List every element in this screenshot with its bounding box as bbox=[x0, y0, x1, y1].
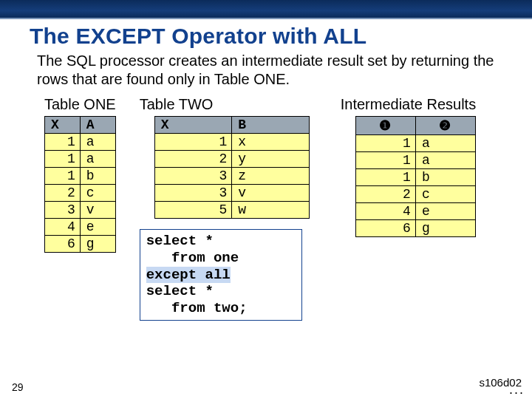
table-row: 1a bbox=[355, 152, 475, 169]
table-row: 1a bbox=[45, 134, 116, 151]
cell: 3 bbox=[154, 185, 232, 202]
table-row: 4e bbox=[45, 219, 116, 236]
top-bar bbox=[0, 0, 532, 19]
cell: a bbox=[80, 134, 115, 151]
cell: 4 bbox=[45, 219, 81, 236]
table-header-cell: ❷ bbox=[415, 117, 475, 135]
cell: 1 bbox=[45, 168, 81, 185]
code-line: from two; bbox=[146, 300, 296, 317]
cell: y bbox=[232, 151, 310, 168]
table-row: 1a bbox=[45, 151, 116, 168]
cell: c bbox=[80, 185, 115, 202]
table-one: X A 1a 1a 1b 2c 3v 4e 6g bbox=[44, 116, 116, 253]
cell: 1 bbox=[154, 134, 232, 151]
table-row: 1b bbox=[45, 168, 116, 185]
cell: 5 bbox=[154, 202, 232, 219]
cell: 1 bbox=[45, 151, 81, 168]
cell: v bbox=[80, 202, 115, 219]
ellipsis-icon: ... bbox=[509, 382, 525, 398]
table-header-cell: ❶ bbox=[355, 117, 415, 135]
cell: 2 bbox=[355, 186, 415, 203]
code-line: select * bbox=[146, 233, 296, 250]
table-two: X B 1x 2y 3z 3v 5w bbox=[154, 116, 310, 219]
cell: 6 bbox=[355, 220, 415, 237]
table-row: 2y bbox=[154, 151, 309, 168]
table-two-label: Table TWO bbox=[140, 96, 310, 113]
results-label: Intermediate Results bbox=[341, 96, 476, 113]
cell: w bbox=[232, 202, 310, 219]
cell: 3 bbox=[154, 168, 232, 185]
cell: b bbox=[415, 169, 475, 186]
cell: 3 bbox=[45, 202, 81, 219]
table-results: ❶ ❷ 1a 1a 1b 2c 4e 6g bbox=[355, 116, 476, 237]
cell: a bbox=[415, 152, 475, 169]
table-row: 2c bbox=[45, 185, 116, 202]
cell: 1 bbox=[355, 152, 415, 169]
table-row: 1b bbox=[355, 169, 475, 186]
table-header-row: X B bbox=[154, 117, 309, 134]
cell: a bbox=[80, 151, 115, 168]
table-header-cell: X bbox=[154, 117, 232, 134]
table-row: 3v bbox=[154, 185, 309, 202]
col-table-one: Table ONE X A 1a 1a 1b 2c 3v 4e 6g bbox=[44, 96, 116, 253]
table-header-cell: A bbox=[80, 117, 115, 134]
content-area: Table ONE X A 1a 1a 1b 2c 3v 4e 6g Table… bbox=[0, 96, 532, 321]
cell: g bbox=[415, 220, 475, 237]
table-one-label: Table ONE bbox=[44, 96, 116, 113]
table-header-cell: B bbox=[232, 117, 310, 134]
table-row: 3z bbox=[154, 168, 309, 185]
code-line: except all bbox=[146, 267, 296, 284]
cell: v bbox=[232, 185, 310, 202]
description-text: The SQL processor creates an intermediat… bbox=[37, 52, 502, 89]
code-highlight: except all bbox=[146, 267, 231, 283]
table-row: 4e bbox=[355, 203, 475, 220]
cell: 1 bbox=[355, 169, 415, 186]
cell: e bbox=[80, 219, 115, 236]
code-line: from one bbox=[146, 250, 296, 267]
results-label-text: Intermediate Results bbox=[341, 96, 476, 112]
table-row: 3v bbox=[45, 202, 116, 219]
table-header-cell: X bbox=[45, 117, 81, 134]
cell: 4 bbox=[355, 203, 415, 220]
cell: b bbox=[80, 168, 115, 185]
table-row: 1a bbox=[355, 135, 475, 152]
cell: 1 bbox=[45, 134, 81, 151]
page-title: The EXCEPT Operator with ALL bbox=[30, 24, 502, 49]
table-row: 5w bbox=[154, 202, 309, 219]
col-results: Intermediate Results ❶ ❷ 1a 1a 1b 2c 4e … bbox=[341, 96, 476, 237]
table-row: 6g bbox=[45, 236, 116, 253]
cell: x bbox=[232, 134, 310, 151]
table-row: 6g bbox=[355, 220, 475, 237]
cell: 6 bbox=[45, 236, 81, 253]
cell: a bbox=[415, 135, 475, 152]
table-row: 1x bbox=[154, 134, 309, 151]
table-header-row: X A bbox=[45, 117, 116, 134]
cell: e bbox=[415, 203, 475, 220]
col-table-two: Table TWO X B 1x 2y 3z 3v 5w select * fr… bbox=[140, 96, 310, 321]
table-row: 2c bbox=[355, 186, 475, 203]
cell: 2 bbox=[154, 151, 232, 168]
table-header-row: ❶ ❷ bbox=[355, 117, 475, 135]
cell: g bbox=[80, 236, 115, 253]
slide-number: 29 bbox=[12, 381, 24, 393]
cell: 1 bbox=[355, 135, 415, 152]
cell: z bbox=[232, 168, 310, 185]
cell: c bbox=[415, 186, 475, 203]
sql-code-box: select * from one except all select * fr… bbox=[140, 229, 302, 321]
cell: 2 bbox=[45, 185, 81, 202]
code-line: select * bbox=[146, 283, 296, 300]
